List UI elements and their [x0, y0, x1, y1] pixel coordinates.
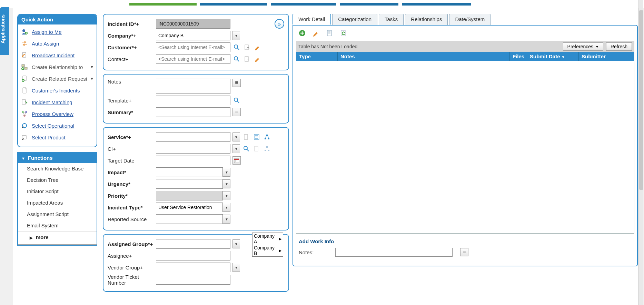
vendor-group-input[interactable]: [156, 263, 230, 272]
func-impacted-areas[interactable]: Impacted Areas: [18, 197, 97, 208]
assignee-input[interactable]: [156, 251, 230, 260]
service-dropdown[interactable]: ▼: [232, 132, 240, 141]
reported-source-input[interactable]: [156, 214, 223, 224]
urgency-dropdown[interactable]: ▼: [223, 179, 230, 188]
qa-process-overview[interactable]: Process Overview: [19, 108, 96, 120]
search-icon[interactable]: [232, 55, 241, 63]
func-initiator-script[interactable]: Initiator Script: [18, 186, 97, 197]
editor-icon[interactable]: ≡: [232, 79, 241, 87]
service-label: Service*+: [108, 134, 156, 140]
assigned-group-label: Assigned Group*+: [108, 241, 156, 247]
priority-dropdown[interactable]: ▼: [223, 191, 230, 200]
edit-icon[interactable]: [253, 55, 261, 63]
search-icon[interactable]: [242, 145, 250, 153]
calendar-icon[interactable]: [232, 156, 241, 165]
impact-label: Impact*: [108, 169, 156, 175]
svg-rect-25: [266, 135, 268, 136]
col-submitter[interactable]: Submitter: [579, 52, 634, 61]
func-assignment-script[interactable]: Assignment Script: [18, 208, 97, 220]
expand-button[interactable]: »: [275, 19, 284, 29]
assigned-group-popup: Company A▶ Company B▶: [252, 233, 283, 257]
tab-tasks[interactable]: Tasks: [379, 14, 404, 25]
ops-icon: [21, 122, 28, 129]
impact-input[interactable]: [156, 167, 223, 177]
col-submit-date[interactable]: Submit Date ▼: [527, 52, 579, 61]
refresh-button[interactable]: Refresh: [606, 42, 632, 51]
notes-input[interactable]: [156, 79, 230, 94]
qa-create-related-request[interactable]: Create Related Request ▼: [19, 73, 96, 85]
match-icon: [21, 98, 28, 106]
editor-icon[interactable]: ≡: [232, 108, 241, 116]
view-icon[interactable]: [243, 55, 251, 63]
ci-dropdown[interactable]: ▼: [232, 144, 240, 153]
edit-icon[interactable]: [312, 29, 320, 37]
search-icon[interactable]: [232, 43, 241, 51]
company-dropdown[interactable]: ▼: [232, 31, 240, 40]
func-more[interactable]: ▶more: [18, 231, 97, 243]
qa-select-operational[interactable]: Select Operational: [19, 120, 96, 131]
search-icon[interactable]: [232, 96, 241, 105]
target-date-label: Target Date: [108, 158, 156, 164]
svg-rect-26: [265, 138, 266, 139]
qa-incident-matching[interactable]: Incident Matching: [19, 96, 96, 108]
col-type[interactable]: Type: [296, 52, 338, 61]
qa-select-product[interactable]: Select Product: [19, 131, 96, 143]
chevron-down-icon: ▼: [595, 45, 599, 49]
edit-icon[interactable]: [253, 43, 261, 51]
tab-work-detail[interactable]: Work Detail: [293, 14, 331, 25]
func-decision-tree[interactable]: Decision Tree: [18, 174, 97, 186]
functions-header[interactable]: ▼Functions: [18, 153, 97, 163]
tab-date-system[interactable]: Date/System: [449, 14, 491, 25]
qa-create-relationship[interactable]: Create Relationship to ▼: [19, 61, 96, 73]
view-icon[interactable]: [252, 145, 261, 153]
report-icon[interactable]: [326, 29, 334, 37]
svg-rect-37: [341, 30, 345, 36]
tab-relationships[interactable]: Relationships: [405, 14, 448, 25]
assigned-group-dropdown[interactable]: ▼: [232, 239, 240, 248]
applications-side-tab[interactable]: Applications: [0, 7, 9, 55]
summary-label: Summary*: [108, 109, 156, 115]
popup-option-company-b[interactable]: Company B▶: [252, 245, 283, 256]
vertical-scrollbar[interactable]: [638, 0, 643, 305]
urgency-input[interactable]: [156, 179, 223, 189]
company-input[interactable]: [156, 31, 230, 40]
service-input[interactable]: [156, 132, 230, 142]
view-icon[interactable]: [243, 43, 251, 51]
qa-broadcast[interactable]: Broadcast Incident: [19, 49, 96, 61]
func-search-kb[interactable]: Search Knowledge Base: [18, 163, 97, 174]
vendor-group-dropdown[interactable]: ▼: [232, 263, 240, 272]
preferences-button[interactable]: Preferences▼: [563, 42, 603, 51]
wi-notes-input[interactable]: [335, 248, 453, 257]
incident-type-input[interactable]: [156, 203, 223, 212]
qa-customers-incidents[interactable]: Customer's Incidents: [19, 85, 96, 96]
work-detail-body: Table has Not been Loaded Preferences▼ R…: [293, 25, 638, 266]
qa-assign-to-me[interactable]: Assign to Me: [19, 26, 96, 38]
view-icon[interactable]: [242, 133, 250, 141]
editor-icon[interactable]: ≡: [460, 248, 468, 256]
hierarchy-icon[interactable]: [263, 145, 271, 153]
summary-input[interactable]: [156, 107, 230, 117]
ci-input[interactable]: [156, 144, 230, 154]
add-work-info-title: Add Work Info: [299, 238, 633, 244]
target-date-input[interactable]: [156, 156, 230, 165]
reported-source-dropdown[interactable]: ▼: [223, 215, 230, 224]
popup-option-company-a[interactable]: Company A▶: [252, 233, 283, 245]
qa-auto-assign[interactable]: Auto Assign: [19, 38, 96, 49]
col-files[interactable]: Files: [510, 52, 527, 61]
tab-categorization[interactable]: Categorization: [332, 14, 377, 25]
refresh-doc-icon[interactable]: [339, 29, 348, 37]
assigned-group-input[interactable]: [156, 239, 230, 249]
relation-icon: [21, 63, 28, 71]
func-email-system[interactable]: Email System: [18, 220, 97, 231]
hierarchy-icon[interactable]: [263, 133, 271, 141]
add-icon[interactable]: [298, 29, 306, 37]
template-input[interactable]: [156, 96, 230, 105]
col-notes[interactable]: Notes: [338, 52, 510, 61]
tree-icon[interactable]: [252, 133, 261, 141]
contact-input[interactable]: [156, 54, 230, 64]
functions-panel: ▼Functions Search Knowledge Base Decisio…: [17, 152, 97, 246]
customer-input[interactable]: [156, 42, 230, 52]
impact-dropdown[interactable]: ▼: [223, 168, 230, 177]
incident-type-dropdown[interactable]: ▼: [223, 203, 230, 212]
vendor-ticket-input[interactable]: [156, 275, 230, 285]
